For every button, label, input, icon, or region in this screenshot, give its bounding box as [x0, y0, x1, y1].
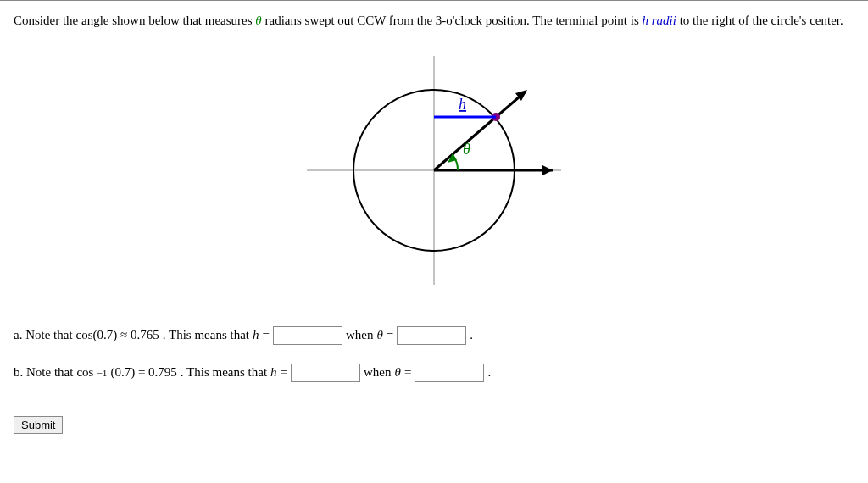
- intro-h-radii: h radii: [642, 14, 676, 27]
- qb-cos: cos: [76, 365, 93, 380]
- qb-theta-input[interactable]: [415, 364, 484, 382]
- intro-part3: to the right of the circle's center.: [676, 14, 843, 27]
- qa-expr: cos(0.7) ≈ 0.765: [76, 328, 159, 342]
- diagram-container: θ h: [14, 39, 854, 305]
- qb-theta: θ: [395, 365, 401, 380]
- qb-period: .: [487, 365, 491, 380]
- qb-when: when: [364, 365, 392, 380]
- qb-eq: =: [281, 365, 287, 380]
- intro-part2: radians swept out CCW from the 3-o'clock…: [262, 14, 643, 27]
- question-b: b. Note that cos−1(0.7) = 0.795 . This m…: [14, 364, 854, 382]
- h-label: h: [459, 96, 466, 113]
- qa-h: h: [253, 328, 259, 342]
- qa-theta: θ: [376, 328, 382, 342]
- qb-means: . This means that: [181, 365, 267, 380]
- intro-theta: θ: [255, 14, 261, 27]
- qb-prefix: b. Note that: [14, 365, 73, 380]
- qa-means: . This means that: [163, 328, 249, 342]
- qb-h: h: [270, 365, 277, 380]
- problem-intro: Consider the angle shown below that meas…: [14, 11, 854, 31]
- qa-prefix: a. Note that: [14, 328, 73, 342]
- qa-period: .: [470, 328, 473, 342]
- initial-ray-arrow: [542, 165, 553, 175]
- qa-theta-input[interactable]: [397, 326, 466, 345]
- qa-eq2: =: [387, 328, 393, 342]
- diagram-svg: θ h: [273, 39, 595, 302]
- qa-eq: =: [263, 328, 270, 342]
- question-a: a. Note that cos(0.7) ≈ 0.765 . This mea…: [14, 326, 854, 345]
- theta-label: θ: [463, 141, 470, 158]
- questions-block: a. Note that cos(0.7) ≈ 0.765 . This mea…: [14, 326, 854, 382]
- qa-when: when: [346, 328, 374, 342]
- intro-part1: Consider the angle shown below that meas…: [14, 14, 255, 27]
- qb-eq2: =: [404, 365, 411, 380]
- qa-h-input[interactable]: [273, 326, 342, 345]
- submit-button[interactable]: Submit: [14, 416, 63, 434]
- qb-h-input[interactable]: [291, 364, 360, 382]
- unit-circle-diagram: θ h: [273, 39, 595, 305]
- qb-arg: (0.7) = 0.795: [110, 365, 176, 380]
